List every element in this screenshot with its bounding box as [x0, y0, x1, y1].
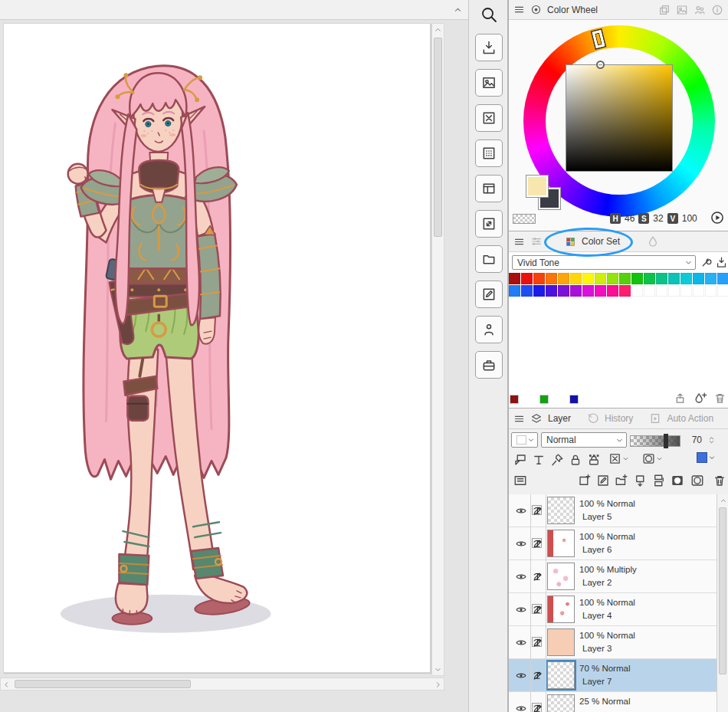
blend-mode-select[interactable]: Normal [541, 432, 627, 448]
scroll-down-icon[interactable] [432, 664, 444, 675]
tab-history[interactable]: History [605, 413, 633, 424]
mask-restrict-dropdown[interactable] [642, 452, 664, 465]
color-swatch[interactable] [619, 285, 631, 297]
layer-row[interactable]: 100 % Normal Layer 4 [509, 593, 717, 626]
layer-edit-pencil-icon[interactable] [532, 670, 543, 681]
scroll-up-icon[interactable] [432, 24, 444, 35]
figure-dock-button[interactable] [475, 316, 503, 343]
image-panel-icon[interactable] [676, 4, 688, 16]
canvas-vertical-scrollbar[interactable] [431, 23, 444, 676]
color-swatch[interactable] [717, 285, 728, 297]
color-swatch[interactable] [582, 285, 594, 297]
canvas-horizontal-scrollbar[interactable] [0, 678, 444, 691]
layer-edit-pencil-icon[interactable] [532, 505, 543, 517]
magnifier-icon[interactable] [477, 3, 501, 26]
color-swatch[interactable] [546, 273, 557, 284]
color-swatch[interactable] [717, 273, 728, 284]
layer-thumbnail[interactable] [547, 563, 575, 590]
layer-thumbnail[interactable] [547, 694, 575, 712]
color-swatch[interactable] [595, 273, 606, 284]
recent-color-chip[interactable] [510, 395, 518, 403]
layer-edit-pencil-icon[interactable] [532, 538, 543, 550]
palette-color-select[interactable] [511, 432, 538, 448]
visibility-eye-icon[interactable] [514, 505, 528, 517]
canvas-document[interactable] [3, 23, 431, 673]
transfer-down-icon[interactable] [634, 474, 648, 487]
info-icon[interactable] [711, 4, 723, 16]
layer-row[interactable]: 25 % Normal [509, 692, 717, 712]
new-layer-icon[interactable] [578, 474, 592, 487]
color-swatch[interactable] [546, 285, 557, 297]
apply-mask-icon[interactable] [690, 474, 704, 487]
visibility-eye-icon[interactable] [514, 571, 528, 582]
color-swatch[interactable] [533, 273, 545, 284]
visibility-eye-icon[interactable] [514, 604, 528, 615]
pin-icon[interactable] [550, 453, 564, 467]
horizontal-scroll-thumb[interactable] [15, 680, 191, 688]
clip-below-icon[interactable] [513, 453, 527, 467]
recent-color-chip[interactable] [570, 395, 578, 403]
import-color-set-icon[interactable] [715, 256, 728, 269]
visibility-eye-icon[interactable] [514, 637, 528, 648]
panel-menu-icon[interactable] [513, 413, 525, 425]
layer-color-dropdown[interactable] [697, 452, 717, 463]
color-swatch[interactable] [644, 285, 655, 297]
color-swatch[interactable] [693, 273, 704, 284]
color-swatch[interactable] [680, 273, 692, 284]
main-color-swatch[interactable] [526, 175, 549, 198]
color-set-tab-label[interactable]: Color Set [582, 236, 620, 247]
layer-edit-pencil-icon[interactable] [532, 637, 543, 648]
layer-edit-pencil-icon[interactable] [532, 571, 543, 582]
color-swatch[interactable] [644, 273, 655, 284]
saturation-value-square[interactable] [566, 64, 673, 172]
layer-row[interactable]: 100 % Normal Layer 5 [509, 494, 717, 527]
color-mode-switch-icon[interactable] [710, 210, 725, 225]
create-mask-icon[interactable] [671, 474, 684, 487]
visibility-eye-icon[interactable] [514, 538, 528, 550]
color-swatch[interactable] [705, 285, 717, 297]
scale-dock-button[interactable] [475, 210, 503, 238]
color-swatch[interactable] [570, 285, 582, 297]
color-set-tab-icon[interactable] [565, 236, 576, 248]
color-swatch[interactable] [607, 285, 618, 297]
transparent-color-chip[interactable] [513, 214, 536, 224]
cards-icon[interactable] [658, 4, 671, 16]
download-dock-button[interactable] [475, 34, 503, 61]
layer-row[interactable]: 100 % Normal Layer 6 [509, 527, 717, 560]
recent-color-chip[interactable] [540, 395, 548, 403]
folder-dock-button[interactable] [475, 245, 503, 273]
add-color-droplet-icon[interactable] [694, 391, 708, 405]
layer-edit-pencil-icon[interactable] [532, 703, 543, 712]
image-dock-button[interactable] [475, 69, 503, 97]
droplet-tab-icon[interactable] [647, 235, 659, 248]
lock-icon[interactable] [569, 453, 582, 467]
color-swatch[interactable] [570, 273, 582, 284]
tab-auto-action[interactable]: Auto Action [667, 413, 713, 424]
layer-row[interactable]: 70 % Normal Layer 7 [509, 659, 717, 692]
color-swatch[interactable] [680, 285, 692, 297]
export-color-icon[interactable] [674, 392, 687, 405]
visibility-eye-icon[interactable] [514, 703, 528, 712]
color-swatch[interactable] [631, 285, 643, 297]
color-slider-tab-icon[interactable] [530, 235, 543, 248]
color-set-preset-select[interactable]: Vivid Tone [512, 255, 696, 270]
layer-thumbnail[interactable] [547, 628, 575, 656]
scroll-right-icon[interactable] [432, 679, 444, 691]
layer-thumbnail[interactable] [547, 661, 575, 689]
lock-transparent-pixels-icon[interactable] [587, 453, 601, 467]
opacity-slider[interactable] [630, 435, 680, 447]
visibility-eye-icon[interactable] [514, 670, 528, 681]
layer-thumbnail[interactable] [547, 530, 575, 557]
panel-menu-icon[interactable] [513, 4, 525, 15]
ruler-icon[interactable] [532, 453, 546, 467]
color-swatch[interactable] [631, 273, 643, 284]
color-swatch[interactable] [582, 273, 594, 284]
layer-edit-pencil-icon[interactable] [532, 604, 543, 615]
panel-menu-icon[interactable] [513, 236, 525, 248]
color-swatch[interactable] [521, 273, 533, 284]
layer-list-scrollbar[interactable] [717, 494, 728, 712]
people-icon[interactable] [694, 4, 706, 16]
saturation-value-cursor[interactable] [596, 61, 605, 69]
delete-layer-trash-icon[interactable] [713, 474, 726, 487]
scroll-up-icon[interactable] [717, 494, 728, 506]
